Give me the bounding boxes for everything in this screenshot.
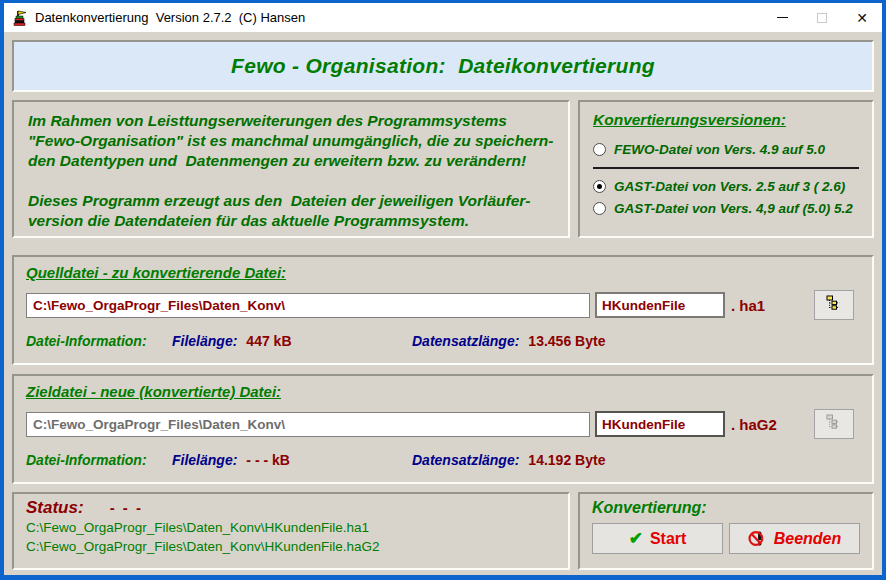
close-button[interactable]: ✕ (842, 3, 882, 32)
intro-line: version die Datendateien für das aktuell… (28, 211, 554, 231)
status-target-path: C:\Fewo_OrgaProgr_Files\Daten_Konv\HKund… (26, 537, 556, 556)
window-controls: ✕ (762, 3, 882, 32)
intro-line: den Datentypen und Datenmengen zu erweit… (28, 151, 554, 171)
intro-line: Dieses Programm erzeugt aus den Dateien … (28, 191, 554, 211)
versions-separator (593, 167, 859, 169)
conversion-panel: Konvertierung: ✔ Start (578, 492, 874, 570)
page-title: Fewo - Organisation: Dateikonvertierung (231, 54, 655, 78)
source-browse-button[interactable] (814, 290, 854, 320)
bottom-row: Status: - - - C:\Fewo_OrgaProgr_Files\Da… (12, 492, 874, 570)
target-extension-label: . haG2 (731, 416, 777, 433)
titlebar: Datenkonvertierung Version 2.7.2 (C) Han… (4, 3, 882, 32)
record-length-label: Datensatzlänge: (412, 452, 519, 468)
header-banner: Fewo - Organisation: Dateikonvertierung (12, 40, 874, 92)
radio-icon[interactable] (593, 180, 606, 193)
source-input-row: . ha1 (26, 290, 860, 320)
source-path-input[interactable] (26, 293, 590, 318)
source-info-row: Datei-Information: Filelänge: 447 kB Dat… (26, 333, 860, 349)
file-information-label: Datei-Information: (26, 333, 172, 349)
radio-label[interactable]: GAST-Datei von Vers. 4,9 auf (5.0) 5.2 (614, 201, 853, 216)
versions-heading: Konvertierungsversionen: (593, 111, 859, 129)
target-path-input[interactable] (26, 412, 590, 437)
minimize-button[interactable] (762, 3, 802, 32)
file-information-label: Datei-Information: (26, 452, 172, 468)
conversion-buttons: ✔ Start Beenden (592, 523, 860, 554)
no-entry-icon (748, 529, 767, 548)
target-input-row: . haG2 (26, 409, 860, 439)
file-length-group: Filelänge: 447 kB (172, 333, 412, 349)
conversion-heading: Konvertierung: (592, 499, 860, 517)
maximize-button (802, 3, 842, 32)
check-icon: ✔ (629, 530, 643, 547)
status-value: - - - (110, 499, 143, 516)
quit-button[interactable]: Beenden (729, 523, 860, 554)
target-filename-input[interactable] (595, 411, 725, 437)
window-title: Datenkonvertierung Version 2.7.2 (C) Han… (35, 10, 305, 25)
maximize-icon (817, 13, 827, 23)
target-file-panel: Zieldatei - neue (konvertierte) Datei: .… (12, 374, 874, 484)
status-header: Status: - - - (26, 498, 556, 518)
file-length-group: Filelänge: - - - kB (172, 452, 412, 468)
intro-versions-row: Im Rahmen von Leisttungserweiterungen de… (12, 100, 874, 238)
file-length-label: Filelänge: (172, 452, 237, 468)
radio-option-gast-49-52[interactable]: GAST-Datei von Vers. 4,9 auf (5.0) 5.2 (593, 201, 859, 216)
record-length-value: 13.456 Byte (528, 333, 605, 349)
status-source-path: C:\Fewo_OrgaProgr_Files\Daten_Konv\HKund… (26, 518, 556, 537)
source-heading: Quelldatei - zu konvertierende Datei: (26, 264, 860, 281)
intro-line: Im Rahmen von Leisttungserweiterungen de… (28, 111, 554, 131)
target-browse-button (814, 409, 854, 439)
source-filename-input[interactable] (595, 292, 725, 318)
source-file-panel: Quelldatei - zu konvertierende Datei: . … (12, 255, 874, 365)
radio-option-gast-25-26[interactable]: GAST-Datei von Vers. 2.5 auf 3 ( 2.6) (593, 179, 859, 194)
radio-label[interactable]: GAST-Datei von Vers. 2.5 auf 3 ( 2.6) (614, 179, 845, 194)
minimize-icon (777, 17, 788, 18)
intro-line: "Fewo-Organisation" ist es manchmal unum… (28, 131, 554, 151)
folder-tree-icon (826, 295, 842, 315)
record-length-group: Datensatzlänge: 13.456 Byte (412, 333, 605, 349)
file-length-value: - - - kB (246, 452, 290, 468)
record-length-label: Datensatzlänge: (412, 333, 519, 349)
file-length-value: 447 kB (246, 333, 291, 349)
status-label: Status: (26, 498, 84, 518)
app-window: Datenkonvertierung Version 2.7.2 (C) Han… (0, 0, 886, 580)
dialog-client-area: Fewo - Organisation: Dateikonvertierung … (4, 32, 882, 570)
radio-icon[interactable] (593, 143, 606, 156)
status-panel: Status: - - - C:\Fewo_OrgaProgr_Files\Da… (12, 492, 570, 570)
target-info-row: Datei-Information: Filelänge: - - - kB D… (26, 452, 860, 468)
file-length-label: Filelänge: (172, 333, 237, 349)
record-length-group: Datensatzlänge: 14.192 Byte (412, 452, 605, 468)
folder-tree-icon (826, 414, 842, 434)
source-extension-label: . ha1 (731, 297, 765, 314)
radio-icon[interactable] (593, 202, 606, 215)
conversion-versions-panel: Konvertierungsversionen: FEWO-Datei von … (578, 100, 874, 238)
record-length-value: 14.192 Byte (528, 452, 605, 468)
start-button[interactable]: ✔ Start (592, 523, 723, 554)
app-icon (11, 9, 29, 27)
start-button-label: Start (650, 530, 686, 548)
target-heading: Zieldatei - neue (konvertierte) Datei: (26, 383, 860, 400)
radio-label[interactable]: FEWO-Datei von Vers. 4.9 auf 5.0 (614, 142, 825, 157)
intro-text-panel: Im Rahmen von Leisttungserweiterungen de… (12, 100, 570, 238)
quit-button-label: Beenden (774, 530, 842, 548)
intro-line (28, 171, 554, 191)
radio-option-fewo-49-50[interactable]: FEWO-Datei von Vers. 4.9 auf 5.0 (593, 142, 859, 157)
close-icon: ✕ (856, 11, 868, 25)
